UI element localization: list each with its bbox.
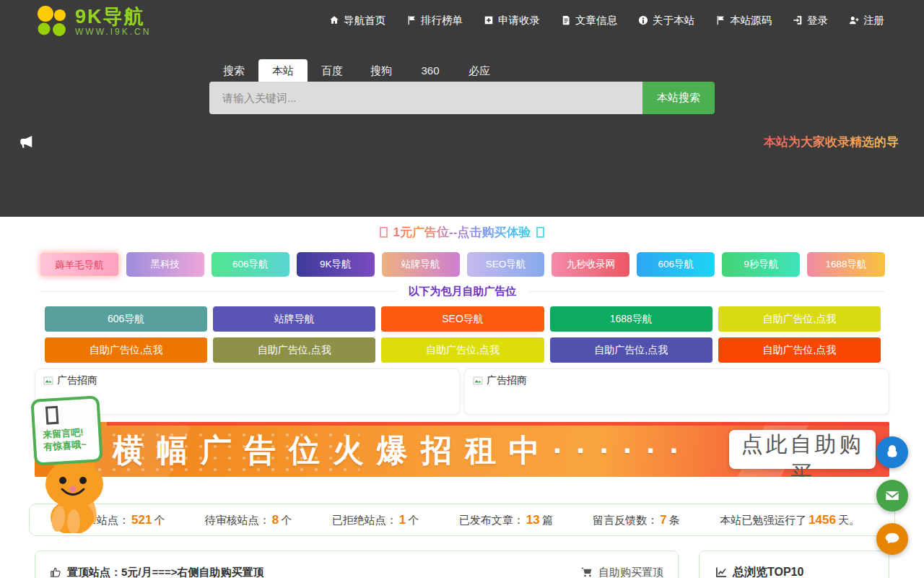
stat-running-days: 本站已勉强运行了1456天。 xyxy=(720,513,860,527)
site-stats-bar: 已收录站点：521个 待审核站点：8个 已拒绝站点：1个 已发布文章：13篇 留… xyxy=(29,504,895,536)
monthly-ad-button[interactable]: 自助广告位,点我 xyxy=(718,337,881,363)
tab-bing[interactable]: 必应 xyxy=(455,59,504,82)
nav-label: 关于本站 xyxy=(653,14,694,27)
banner-ad-slot[interactable]: 横幅广告位火爆招租中······ 点此自助购买 xyxy=(35,422,889,477)
qq-contact-button[interactable] xyxy=(876,436,908,468)
nav-item-ranking[interactable]: 排行榜单 xyxy=(406,14,463,27)
stat-pending-sites: 待审核站点：8个 xyxy=(205,513,292,527)
nav-item-articles[interactable]: 文章信息 xyxy=(561,14,617,27)
stat-published-articles: 已发布文章：13篇 xyxy=(459,513,553,527)
banner-headline: 横幅广告位火爆招租中······ xyxy=(113,422,693,477)
search-button[interactable]: 本站搜索 xyxy=(642,82,715,114)
login-icon xyxy=(793,15,803,25)
ad-pill[interactable]: 1688导航 xyxy=(807,252,885,277)
ad-pill[interactable]: SEO导航 xyxy=(467,252,545,277)
top10-card: 总浏览TOP10 xyxy=(699,551,889,578)
monthly-ad-button[interactable]: SEO导航 xyxy=(381,306,544,332)
tab-sogou[interactable]: 搜狗 xyxy=(357,59,406,82)
search-input[interactable] xyxy=(209,82,642,114)
ad-pill[interactable]: 站牌导航 xyxy=(382,252,460,277)
thumbs-up-icon xyxy=(50,566,61,578)
promo-title: 1元广告位--点击购买体验 xyxy=(393,224,531,241)
chart-line-icon xyxy=(715,566,727,578)
mascot-speech-bubble[interactable]: 来留言吧! 有惊喜哦~ xyxy=(30,395,103,466)
ad-alt-text: 广告招商 xyxy=(487,374,527,387)
monthly-ad-button[interactable]: 自助广告位,点我 xyxy=(718,306,881,332)
ad-pill[interactable]: 薅羊毛导航 xyxy=(40,252,119,277)
monthly-ad-button[interactable]: 606导航 xyxy=(45,306,207,332)
top10-title: 总浏览TOP10 xyxy=(733,565,803,578)
chat-bubble-icon xyxy=(884,530,901,548)
ad-pill[interactable]: 9K导航 xyxy=(297,252,375,277)
monthly-ad-button[interactable]: 自助广告位,点我 xyxy=(213,337,375,363)
search-tabs-label: 搜索 xyxy=(209,59,258,82)
announcement-marquee: 本站为大家收录精选的导 xyxy=(764,134,899,150)
logo-text: 9K导航 WWW.I9K.CN xyxy=(75,7,151,37)
fire-emoji-placeholder xyxy=(536,227,544,238)
site-url: WWW.I9K.CN xyxy=(75,27,151,37)
ad-pill[interactable]: 606导航 xyxy=(637,252,715,277)
pin-price-text: 置顶站点：5元/月===>右侧自助购买置顶 xyxy=(67,566,264,578)
nav-label: 排行榜单 xyxy=(421,14,463,27)
qq-icon xyxy=(884,444,901,461)
top-nav: 导航首页 排行榜单 申请收录 文章信息 关于本站 本站源码 登录 xyxy=(329,0,884,40)
nav-item-login[interactable]: 登录 xyxy=(793,14,828,27)
monthly-ad-button[interactable]: 自助广告位,点我 xyxy=(45,337,207,363)
nav-item-home[interactable]: 导航首页 xyxy=(329,14,385,27)
ad-pill-row: 薅羊毛导航 黑科技 606导航 9K导航 站牌导航 SEO导航 九秒收录网 60… xyxy=(40,252,885,277)
pinned-sites-card: 置顶站点：5元/月===>右侧自助购买置顶 自助购买置顶 xyxy=(35,551,679,578)
nav-label: 导航首页 xyxy=(344,14,385,27)
user-plus-icon xyxy=(849,15,859,25)
search-engine-tabs: 搜索 本站 百度 搜狗 360 必应 xyxy=(209,59,504,82)
emoji-placeholder xyxy=(45,406,58,425)
home-icon xyxy=(329,15,339,25)
email-contact-button[interactable] xyxy=(876,480,908,512)
ad-alt-text: 广告招商 xyxy=(57,374,97,387)
nav-label: 文章信息 xyxy=(575,14,617,27)
ad-banner-placeholder[interactable]: 广告招商 xyxy=(464,368,889,415)
tab-360[interactable]: 360 xyxy=(406,59,455,82)
stat-feedback-count: 留言反馈数：7条 xyxy=(593,513,679,527)
broken-image-icon xyxy=(43,375,54,387)
envelope-icon xyxy=(884,487,901,504)
buy-pin-link[interactable]: 自助购买置顶 xyxy=(581,566,663,578)
info-icon xyxy=(638,15,648,25)
clover-logo-icon xyxy=(36,5,69,38)
ad-pill[interactable]: 606导航 xyxy=(212,252,289,277)
monthly-ad-button[interactable]: 站牌导航 xyxy=(213,306,375,332)
bubble-line-2: 有惊喜哦~ xyxy=(43,437,100,453)
nav-item-source-code[interactable]: 本站源码 xyxy=(715,14,772,27)
header: 9K导航 WWW.I9K.CN 导航首页 排行榜单 申请收录 文章信息 关于本站 xyxy=(0,0,924,217)
nav-label: 注册 xyxy=(863,14,884,27)
cart-icon xyxy=(581,566,593,578)
stat-rejected-sites: 已拒绝站点：1个 xyxy=(332,513,419,527)
bullhorn-icon xyxy=(19,134,34,149)
pin-price-info: 置顶站点：5元/月===>右侧自助购买置顶 xyxy=(50,566,264,578)
monthly-ad-title: 以下为包月自助广告位 xyxy=(409,285,517,298)
monthly-ad-row-1: 606导航 站牌导航 SEO导航 1688导航 自助广告位,点我 xyxy=(45,306,881,332)
ad-pill[interactable]: 9秒导航 xyxy=(722,252,800,277)
monthly-ad-button[interactable]: 1688导航 xyxy=(550,306,712,332)
article-icon xyxy=(561,15,571,25)
tab-baidu[interactable]: 百度 xyxy=(308,59,357,82)
ad-pill[interactable]: 九秒收录网 xyxy=(552,252,629,277)
ad-pill[interactable]: 黑科技 xyxy=(126,252,204,277)
site-title: 9K导航 xyxy=(75,7,151,27)
nav-item-about[interactable]: 关于本站 xyxy=(638,14,694,27)
monthly-ad-button[interactable]: 自助广告位,点我 xyxy=(381,337,544,363)
nav-item-submit-site[interactable]: 申请收录 xyxy=(484,14,540,27)
nav-label: 本站源码 xyxy=(730,14,772,27)
flag-icon xyxy=(715,15,725,25)
nav-label: 申请收录 xyxy=(498,14,540,27)
plus-square-icon xyxy=(484,15,494,25)
buy-pin-label: 自助购买置顶 xyxy=(598,566,663,578)
tab-this-site[interactable]: 本站 xyxy=(258,59,308,82)
nav-item-register[interactable]: 注册 xyxy=(849,14,884,27)
site-logo[interactable]: 9K导航 WWW.I9K.CN xyxy=(36,5,151,38)
nav-label: 登录 xyxy=(807,14,828,27)
page: 9K导航 WWW.I9K.CN 导航首页 排行榜单 申请收录 文章信息 关于本站 xyxy=(0,0,924,578)
message-board-button[interactable] xyxy=(876,523,908,555)
monthly-ad-button[interactable]: 自助广告位,点我 xyxy=(550,337,712,363)
banner-buy-button[interactable]: 点此自助购买 xyxy=(729,430,876,469)
monthly-ad-divider: 以下为包月自助广告位 xyxy=(40,285,885,298)
